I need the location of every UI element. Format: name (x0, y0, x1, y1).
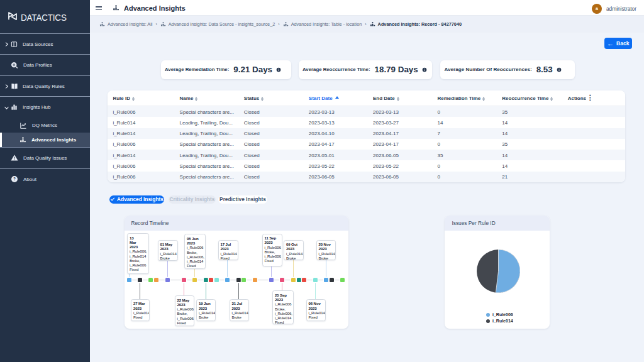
svg-text:?: ? (13, 177, 16, 181)
